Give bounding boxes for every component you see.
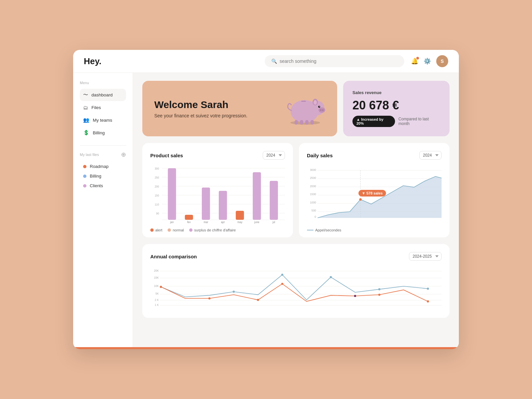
svg-point-4 [314,100,317,105]
legend-dot-alert [150,228,154,232]
svg-text:300: 300 [155,167,159,171]
chart-legend: alert normal surplus de chiffre d'affair… [150,228,285,232]
svg-rect-11 [295,120,298,125]
annual-comparison-header: Annual comparison 2024-2025 2023-2024 [150,252,442,261]
notification-dot [416,57,419,60]
svg-text:jul: jul [272,220,275,224]
legend-normal: normal [168,228,184,232]
notification-button[interactable]: 🔔 [411,58,418,65]
charts-row: Product sales 2024 2023 2022 [142,143,450,237]
svg-point-73 [330,276,332,278]
menu-label: Menu [80,81,126,85]
annual-svg: 20K 15K 10K 5K 2 K 1 K [150,266,442,313]
compared-text: Compared to last month [398,117,440,126]
chart-icon: 〜 [83,92,88,98]
sales-amount: 20 678 € [352,98,440,112]
svg-rect-33 [253,172,261,220]
product-sales-year-select[interactable]: 2024 2023 2022 [263,151,285,160]
sidebar-item-label: Billing [93,130,105,135]
svg-rect-13 [305,120,309,125]
file-item-billing[interactable]: Billing [80,171,126,181]
sales-label: Sales revenue [352,90,440,95]
avatar[interactable]: S [436,55,448,67]
welcome-card: Welcome Sarah See your finance et suivez… [142,81,337,136]
svg-text:fev: fev [187,220,191,224]
settings-button[interactable]: ⚙️ [424,58,431,65]
daily-sales-title: Daily sales [307,153,333,158]
daily-legend: Appel/secondes [307,228,442,232]
sidebar-item-teams[interactable]: 👥 My teams [80,114,126,126]
body: Menu 〜 dashboard 🗂 Files 👥 My teams 💲 Bi… [73,73,459,347]
svg-point-81 [378,294,380,296]
svg-text:500: 500 [312,209,316,212]
svg-text:mar: mar [203,220,208,224]
sidebar-item-files[interactable]: 🗂 Files [80,102,126,113]
folder-icon: 🗂 [83,105,88,110]
svg-text:90: 90 [156,212,159,215]
welcome-subtitle: See your finance et suivez votre progres… [154,113,247,118]
file-label: Roadmap [90,164,108,169]
svg-point-77 [208,297,210,299]
svg-point-76 [160,286,162,288]
svg-rect-32 [236,211,244,220]
svg-rect-10 [301,101,306,102]
file-label: Clients [90,183,103,188]
sidebar-item-label: My teams [93,118,112,123]
daily-sales-year-select[interactable]: 2024 2023 2022 [419,151,442,160]
svg-text:may: may [237,220,243,224]
file-dot-billing [83,175,86,178]
search-bar[interactable]: 🔍 [265,55,404,67]
top-row: Welcome Sarah See your finance et suivez… [142,81,450,136]
svg-text:1000: 1000 [310,201,316,204]
svg-text:2000: 2000 [310,185,316,188]
svg-rect-31 [219,191,227,220]
daily-sales-header: Daily sales 2024 2023 2022 [307,151,442,160]
svg-text:0: 0 [315,215,316,218]
sidebar-item-label: Files [91,105,101,110]
svg-rect-29 [185,215,193,220]
svg-point-8 [318,106,320,108]
sales-badge-row: ▲ Increased by 20% Compared to last mont… [352,116,440,127]
svg-rect-28 [168,168,176,220]
svg-rect-34 [270,181,278,220]
sales-tooltip: ▼ 578 sales [358,190,386,197]
file-dot-roadmap [83,165,86,168]
piggy-bank-illustration [282,92,325,125]
main-content: Welcome Sarah See your finance et suivez… [133,73,459,347]
bar-chart-svg: 300 250 200 150 110 90 [150,165,285,225]
legend-appel: Appel/secondes [307,228,341,232]
team-icon: 👥 [83,117,89,123]
svg-text:2 K: 2 K [155,299,159,302]
file-dot-clients [83,184,86,188]
svg-point-75 [427,288,429,290]
svg-text:june: june [254,220,259,224]
svg-rect-14 [311,120,314,125]
svg-text:jan: jan [170,220,174,224]
product-sales-title: Product sales [150,153,183,158]
sidebar-divider [80,145,126,146]
sidebar-item-billing[interactable]: 💲 Billing [80,127,126,139]
svg-point-79 [281,283,283,285]
daily-sales-chart: 3000 2500 2000 1500 1000 500 0 [307,165,442,225]
sidebar-item-dashboard[interactable]: 〜 dashboard [80,89,126,101]
svg-point-82 [427,300,429,302]
add-file-button[interactable]: ⊕ [121,152,126,158]
legend-dot-surplus [189,228,193,232]
svg-text:1 K: 1 K [155,304,159,307]
search-input[interactable] [280,59,398,64]
file-label: Billing [90,174,101,179]
svg-point-78 [257,299,259,301]
svg-text:3000: 3000 [310,169,316,172]
product-sales-chart: 300 250 200 150 110 90 [150,165,285,225]
svg-text:15K: 15K [154,276,159,279]
file-item-roadmap[interactable]: Roadmap [80,162,126,171]
svg-point-9 [319,106,320,107]
header: Hey. 🔍 🔔 ⚙️ S [73,50,459,73]
svg-point-72 [281,274,283,276]
svg-rect-30 [202,188,210,220]
file-item-clients[interactable]: Clients [80,181,126,191]
svg-point-80 [354,295,356,297]
annual-year-select[interactable]: 2024-2025 2023-2024 [409,252,442,261]
files-section-header: My last files ⊕ [80,152,126,158]
svg-rect-12 [300,120,303,125]
